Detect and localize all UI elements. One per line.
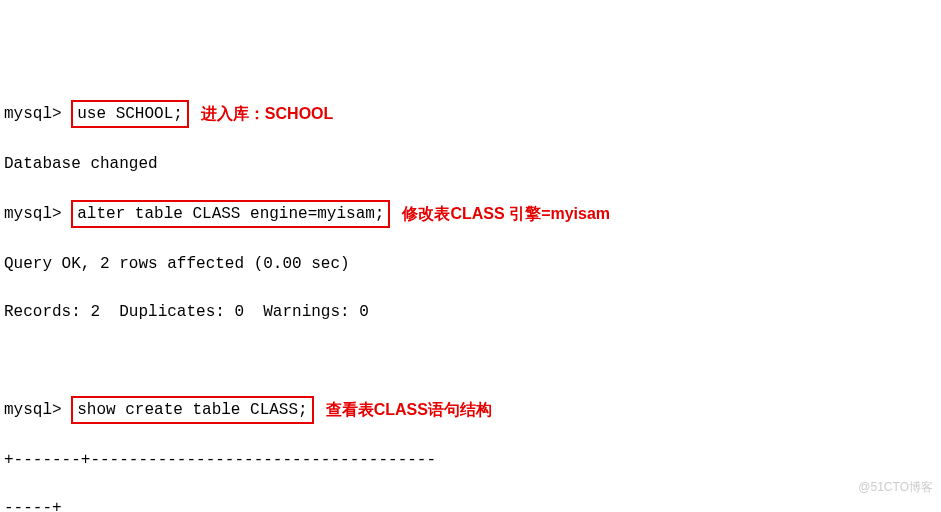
cmd1-annotation: 进入库：SCHOOL: [201, 102, 333, 126]
cmd1-box: use SCHOOL;: [71, 100, 189, 128]
watermark: @51CTO博客: [858, 478, 933, 496]
prompt: mysql>: [4, 398, 62, 422]
cmd-line-2: mysql> alter table CLASS engine=myisam;修…: [4, 200, 937, 228]
out2b: Records: 2 Duplicates: 0 Warnings: 0: [4, 300, 937, 324]
separator: +-------+-------------------------------…: [4, 448, 937, 472]
cmd-line-1: mysql> use SCHOOL;进入库：SCHOOL: [4, 100, 937, 128]
cmd2-box: alter table CLASS engine=myisam;: [71, 200, 390, 228]
out2a: Query OK, 2 rows affected (0.00 sec): [4, 252, 937, 276]
prompt: mysql>: [4, 202, 62, 226]
cmd2-annotation: 修改表CLASS 引擎=myisam: [402, 202, 610, 226]
cmd3-box: show create table CLASS;: [71, 396, 313, 424]
out1: Database changed: [4, 152, 937, 176]
separator-end: -----+: [4, 496, 937, 512]
blank-line: [4, 348, 937, 372]
prompt: mysql>: [4, 102, 62, 126]
cmd3-annotation: 查看表CLASS语句结构: [326, 398, 492, 422]
cmd-line-3: mysql> show create table CLASS;查看表CLASS语…: [4, 396, 937, 424]
